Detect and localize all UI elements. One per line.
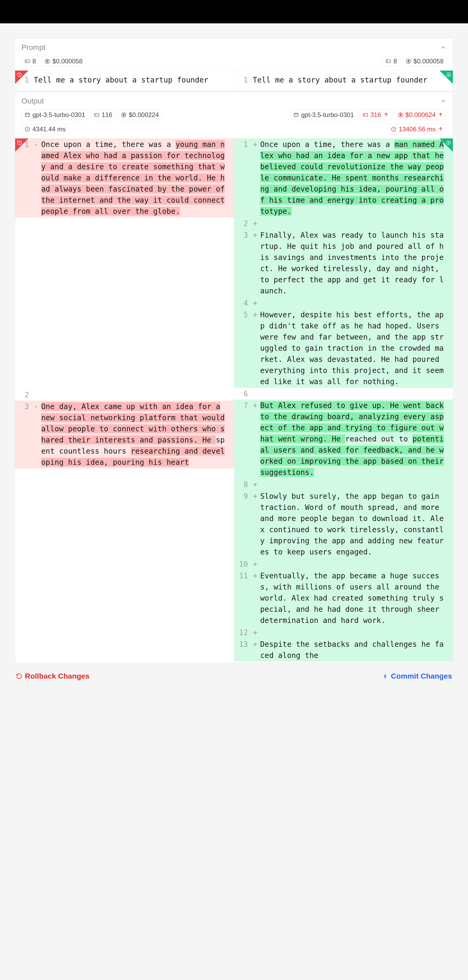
history-icon — [17, 140, 22, 145]
diff-text: Once upon a time, there was a man named … — [259, 138, 453, 218]
line-number: 9 — [234, 490, 251, 558]
diff-line: 13+Despite the setbacks and challenges h… — [234, 638, 453, 662]
prompt-text-left: Tell me a story about a startup founder — [34, 74, 234, 86]
line-number: 3 — [234, 229, 251, 297]
diff-text: Eventually, the app became a huge succes… — [259, 570, 453, 627]
diff-line: 5+However, despite his best efforts, the… — [234, 309, 453, 388]
latency-badge-right: 13406.56 ms — [388, 124, 447, 135]
cost-badge-right: $0.000624 — [395, 110, 447, 120]
dollar-icon — [406, 58, 411, 64]
chevron-up-icon[interactable] — [440, 44, 447, 51]
diff-text — [259, 388, 453, 399]
model-badge-left: gpt-3.5-turbo-0301 — [21, 110, 88, 120]
line-number: 7 — [234, 399, 251, 479]
dollar-icon — [121, 112, 127, 118]
prompt-panel: Prompt 8 $0.000058 8 — [15, 38, 453, 91]
line-number: 8 — [234, 479, 251, 490]
diff-marker: - — [32, 138, 40, 218]
download-circle-icon — [446, 72, 451, 78]
arrow-up-icon — [438, 112, 444, 118]
output-panel: Output gpt-3.5-turbo-0301 116 $0.000224 — [15, 92, 453, 663]
diff-line: 1+Once upon a time, there was a man name… — [234, 138, 453, 218]
diff-line: 12+ — [234, 627, 453, 638]
svg-rect-0 — [25, 60, 30, 63]
diff-text: Once upon a time, there was a young man … — [40, 138, 234, 218]
diff-text — [259, 218, 453, 229]
diff-line: 2+ — [234, 218, 453, 229]
token-icon — [385, 58, 391, 64]
diff-line: 9+Slowly but surely, the app began to ga… — [234, 490, 453, 558]
diff-marker: + — [251, 399, 259, 479]
diff-marker: + — [251, 558, 259, 570]
diff-line: 1-Once upon a time, there was a young ma… — [15, 138, 234, 218]
tokens-badge-right: 8 — [382, 56, 400, 67]
diff-filler — [15, 469, 234, 663]
diff-marker: + — [251, 218, 259, 229]
diff-marker: + — [251, 627, 259, 638]
diff-marker: + — [251, 490, 259, 558]
diff-marker: + — [251, 138, 259, 218]
diff-line: 10+ — [234, 558, 453, 570]
svg-point-21 — [384, 675, 386, 677]
diff-marker: + — [251, 479, 259, 490]
line-number: 10 — [234, 558, 251, 570]
svg-rect-12 — [363, 113, 367, 116]
token-icon — [94, 112, 100, 118]
diff-line: 3+Finally, Alex was ready to launch his … — [234, 229, 453, 297]
line-number: 1 — [234, 74, 253, 86]
chevron-up-icon[interactable] — [440, 98, 447, 104]
action-bar: Rollback Changes Commit Changes — [15, 665, 453, 682]
diff-marker: + — [251, 570, 259, 627]
diff-line: 11+Eventually, the app became a huge suc… — [234, 570, 453, 627]
line-number: 11 — [234, 570, 251, 627]
prompt-title: Prompt — [21, 43, 45, 52]
line-number: 2 — [15, 389, 32, 401]
diff-line: 6 — [234, 388, 453, 399]
diff-marker: - — [32, 401, 40, 469]
dollar-icon — [398, 112, 404, 118]
cost-badge-right: $0.000058 — [403, 56, 447, 67]
app-top-bar — [0, 0, 468, 23]
diff-line: 7+But Alex refused to give up. He went b… — [234, 399, 453, 479]
diff-marker: + — [251, 229, 259, 297]
line-number: 12 — [234, 627, 251, 638]
line-number: 5 — [234, 309, 251, 388]
model-badge-right: gpt-3.5-turbo-0301 — [290, 110, 357, 120]
model-icon — [293, 112, 299, 118]
tokens-badge-right: 316 — [359, 110, 392, 120]
download-circle-icon — [446, 140, 451, 145]
diff-text — [259, 297, 453, 309]
arrow-up-icon — [438, 126, 444, 132]
output-title: Output — [21, 97, 44, 105]
line-number: 6 — [234, 388, 251, 399]
diff-marker: + — [251, 297, 259, 309]
diff-text — [259, 627, 453, 638]
diff-filler — [15, 219, 234, 389]
diff-text: Finally, Alex was ready to launch his st… — [259, 229, 453, 297]
tokens-badge-left: 8 — [21, 56, 39, 67]
diff-text — [259, 479, 453, 490]
dollar-icon — [44, 58, 50, 64]
line-number: 13 — [234, 638, 251, 662]
diff-text: However, despite his best efforts, the a… — [259, 309, 453, 388]
diff-marker: + — [251, 309, 259, 388]
undo-icon — [16, 673, 22, 679]
rollback-button[interactable]: Rollback Changes — [15, 670, 91, 682]
diff-text: But Alex refused to give up. He went bac… — [259, 399, 453, 479]
commit-button[interactable]: Commit Changes — [381, 670, 453, 682]
cost-badge-left: $0.000058 — [42, 56, 85, 67]
line-number: 3 — [15, 401, 32, 469]
diff-line: 4+ — [234, 297, 453, 309]
commit-icon — [382, 673, 388, 679]
clock-icon — [24, 126, 30, 132]
diff-line: 3-One day, Alex came up with an idea for… — [15, 401, 234, 469]
diff-text — [259, 558, 453, 570]
clock-icon — [391, 126, 396, 132]
diff-marker — [32, 389, 40, 401]
svg-rect-10 — [294, 113, 298, 117]
diff-text: One day, Alex came up with an idea for a… — [40, 401, 234, 469]
svg-rect-6 — [26, 113, 29, 117]
diff-marker — [251, 388, 259, 399]
history-icon — [17, 72, 22, 78]
latency-badge-left: 4341.44 ms — [21, 124, 69, 135]
